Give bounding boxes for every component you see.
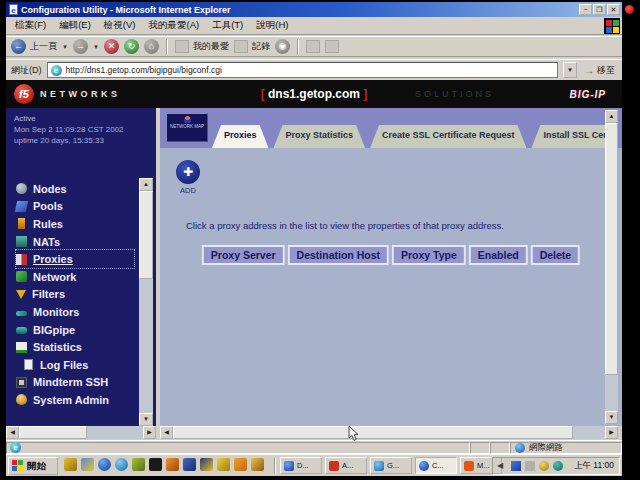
favorites-icon[interactable] [175, 40, 189, 53]
quick-launch-icon[interactable] [98, 458, 111, 471]
quick-launch-icon[interactable] [81, 458, 94, 471]
scrollbar-thumb[interactable] [605, 123, 618, 375]
quick-launch-icon[interactable] [183, 458, 196, 471]
task-buttons: D... A... G... C... M... [280, 457, 502, 474]
quick-launch-icon[interactable] [64, 458, 77, 471]
tab-proxy-statistics[interactable]: Proxy Statistics [274, 125, 366, 148]
tray-icon[interactable] [539, 461, 549, 471]
scrollbar-thumb[interactable] [19, 426, 87, 439]
home-icon[interactable]: ⌂ [144, 39, 159, 54]
navigation-sidebar: Active Mon Sep 2 11:09:28 CST 2002 uptim… [6, 108, 158, 426]
sidebar-item-nats[interactable]: NATs [16, 233, 134, 251]
sidebar-item-mindterm-ssh[interactable]: Mindterm SSH [16, 374, 134, 392]
address-dropdown-icon[interactable]: ▼ [563, 62, 577, 78]
start-button[interactable]: 開始 [8, 457, 58, 475]
favorites-button[interactable]: 我的最愛 [193, 40, 229, 53]
scrollbar-thumb[interactable] [173, 426, 573, 439]
back-dropdown-icon[interactable]: ▼ [62, 44, 68, 50]
history-button[interactable]: 記錄 [252, 40, 270, 53]
zone-label: 網際網路 [529, 442, 563, 454]
menu-edit[interactable]: 編輯(E) [59, 19, 91, 32]
quick-launch-icon[interactable] [200, 458, 213, 471]
task-button[interactable]: D... [280, 457, 322, 474]
tray-icon[interactable] [553, 461, 563, 471]
media-icon[interactable]: ◉ [275, 39, 290, 54]
network-map-button[interactable]: NETWORK MAP [166, 113, 208, 142]
quick-launch-icon[interactable] [149, 458, 162, 471]
sidebar-item-proxies[interactable]: Proxies [16, 250, 134, 268]
system-status: Active Mon Sep 2 11:09:28 CST 2002 uptim… [6, 108, 156, 146]
tab-install-ssl-certificate[interactable]: Install SSL Certif [531, 125, 612, 148]
address-input[interactable]: e http://dns1.getop.com/bigipgui/bigconf… [47, 62, 559, 78]
sidebar-item-system-admin[interactable]: System Admin [16, 391, 134, 409]
task-button[interactable]: G... [370, 457, 412, 474]
back-button[interactable]: 上一頁 [30, 40, 57, 53]
tray-icon[interactable] [511, 461, 521, 471]
scroll-right-icon[interactable]: ▶ [143, 426, 156, 439]
quick-launch-icon[interactable] [132, 458, 145, 471]
hostname: dns1.getop.com [268, 87, 360, 101]
stop-icon[interactable]: ✕ [104, 39, 119, 54]
sidebar-item-statistics[interactable]: Statistics [16, 338, 134, 356]
tab-proxies[interactable]: Proxies [212, 125, 269, 148]
back-icon[interactable]: ← [11, 39, 26, 54]
menu-file[interactable]: 檔案(F) [15, 19, 46, 32]
column-header-delete: Delete [531, 245, 581, 265]
add-button[interactable]: ✚ [176, 160, 200, 184]
scroll-down-icon[interactable]: ▼ [139, 413, 153, 426]
sidebar-item-network[interactable]: Network [16, 268, 134, 286]
rules-icon [18, 218, 25, 229]
quick-launch-icon[interactable] [166, 458, 179, 471]
tray-collapse-icon[interactable]: ◀ [497, 461, 507, 471]
status-pane [490, 442, 510, 454]
clock[interactable]: 上午 11:00 [574, 460, 614, 472]
restore-button[interactable]: ❐ [593, 4, 606, 15]
quick-launch-icon[interactable] [251, 458, 264, 471]
scroll-left-icon[interactable]: ◀ [6, 426, 19, 439]
sidebar-item-rules[interactable]: Rules [16, 215, 134, 233]
sidebar-item-pools[interactable]: Pools [16, 198, 134, 216]
sidebar-vertical-scrollbar[interactable]: ▲ ▼ [139, 178, 153, 426]
quick-launch-icon[interactable] [217, 458, 230, 471]
scroll-left-icon[interactable]: ◀ [160, 426, 173, 439]
print-icon[interactable] [325, 40, 339, 53]
forward-icon[interactable]: → [73, 39, 88, 54]
go-button[interactable]: → 移至 [582, 64, 617, 77]
sidebar-item-bigpipe[interactable]: BIGpipe [16, 321, 134, 339]
sidebar-item-log-files[interactable]: Log Files [16, 356, 134, 374]
f5-logo-icon: f5 [14, 84, 34, 104]
sidebar-item-monitors[interactable]: Monitors [16, 303, 134, 321]
menu-view[interactable]: 檢視(V) [104, 19, 136, 32]
scrollbar-thumb[interactable] [139, 191, 153, 279]
scroll-up-icon[interactable]: ▲ [139, 178, 153, 191]
scroll-right-icon[interactable]: ▶ [605, 426, 618, 439]
quick-launch-icon[interactable] [115, 458, 128, 471]
sidebar-item-filters[interactable]: Filters [16, 286, 134, 304]
content-vertical-scrollbar[interactable]: ▲ ▼ [605, 110, 618, 424]
menu-help[interactable]: 說明(H) [256, 19, 288, 32]
tray-icon[interactable] [525, 461, 535, 471]
sidebar-horizontal-scrollbar[interactable]: ◀ ▶ [6, 426, 156, 439]
content-horizontal-scrollbar[interactable]: ◀ ▶ [160, 426, 618, 439]
quick-launch-icon[interactable] [234, 458, 247, 471]
horizontal-scrollbar-row: ◀ ▶ ◀ ▶ [6, 426, 622, 440]
forward-dropdown-icon[interactable]: ▼ [93, 44, 99, 50]
bigpipe-icon [16, 327, 27, 334]
mail-icon[interactable] [306, 40, 320, 53]
close-button[interactable]: ✕ [607, 4, 620, 15]
status-uptime: uptime 20 days, 15:35:33 [14, 135, 156, 146]
scroll-up-icon[interactable]: ▲ [605, 110, 618, 123]
ssh-icon [16, 377, 27, 388]
scroll-down-icon[interactable]: ▼ [605, 411, 618, 424]
refresh-icon[interactable]: ↻ [124, 39, 139, 54]
ie-document-icon: e [10, 442, 21, 453]
history-icon[interactable] [234, 40, 248, 53]
task-button-active[interactable]: C... [415, 457, 457, 474]
pools-icon [15, 201, 28, 212]
task-button[interactable]: A... [325, 457, 367, 474]
menu-favorites[interactable]: 我的最愛(A) [148, 19, 199, 32]
sidebar-item-nodes[interactable]: Nodes [16, 180, 134, 198]
menu-tools[interactable]: 工具(T) [212, 19, 243, 32]
minimize-button[interactable]: − [579, 4, 592, 15]
tab-create-ssl-certificate-request[interactable]: Create SSL Certificate Request [370, 125, 526, 148]
